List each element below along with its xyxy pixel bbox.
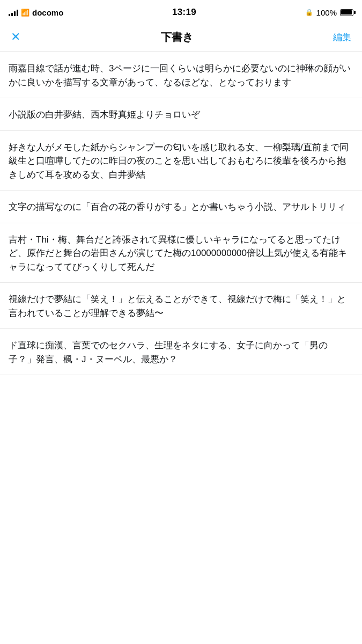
wifi-icon: 📶 (21, 9, 29, 17)
nav-bar: ✕ 下書き 編集 (0, 24, 362, 52)
lock-icon: 🔒 (305, 9, 313, 16)
list-item[interactable]: 雨嘉目線で話が進む時、3ページに一回くらいは明らかに必要ないのに神琳の顔がいかに… (0, 52, 362, 98)
list-item[interactable]: 小説版の白井夢結、西木野真姫よりチョロいぞ (0, 98, 362, 131)
list-item[interactable]: ド直球に痴漢、言葉でのセクハラ、生理をネタにする、女子に向かって「男の子？」発言… (0, 329, 362, 375)
list-item[interactable]: 好きな人がメモした紙からシャンプーの匂いを感じ取れる女、一柳梨璃/直前まで同級生… (0, 131, 362, 191)
status-left: 📶 docomo (9, 8, 63, 17)
battery-icon (340, 9, 353, 16)
draft-text: 文字の描写なのに「百合の花の香りがする」とか書いちゃう小説、アサルトリリィ (9, 200, 353, 214)
status-time: 13:19 (172, 7, 196, 18)
carrier-name: docomo (32, 8, 63, 17)
battery-fill (341, 10, 352, 14)
draft-text: 視線だけで夢結に「笑え！」と伝えることができて、視線だけで梅に「笑え！」と言われ… (9, 292, 353, 320)
list-item[interactable]: 吉村・Thi・梅、舞台だと誇張されて異様に優しいキャラになってると思ってたけど、… (0, 223, 362, 283)
edit-button[interactable]: 編集 (331, 29, 353, 46)
page-title: 下書き (161, 30, 193, 45)
draft-text: 好きな人がメモした紙からシャンプーの匂いを感じ取れる女、一柳梨璃/直前まで同級生… (9, 141, 353, 182)
list-item[interactable]: 視線だけで夢結に「笑え！」と伝えることができて、視線だけで梅に「笑え！」と言われ… (0, 283, 362, 329)
draft-text: 小説版の白井夢結、西木野真姫よりチョロいぞ (9, 108, 353, 122)
battery-percent: 100% (316, 8, 337, 17)
list-item[interactable]: 文字の描写なのに「百合の花の香りがする」とか書いちゃう小説、アサルトリリィ (0, 191, 362, 223)
draft-list: 雨嘉目線で話が進む時、3ページに一回くらいは明らかに必要ないのに神琳の顔がいかに… (0, 52, 362, 375)
status-right: 🔒 100% (305, 8, 353, 17)
close-button[interactable]: ✕ (9, 28, 23, 46)
draft-text: ド直球に痴漢、言葉でのセクハラ、生理をネタにする、女子に向かって「男の子？」発言… (9, 339, 353, 366)
draft-text: 雨嘉目線で話が進む時、3ページに一回くらいは明らかに必要ないのに神琳の顔がいかに… (9, 62, 353, 89)
signal-bars-icon (9, 9, 18, 16)
status-bar: 📶 docomo 13:19 🔒 100% (0, 0, 362, 24)
draft-text: 吉村・Thi・梅、舞台だと誇張されて異様に優しいキャラになってると思ってたけど、… (9, 233, 353, 274)
